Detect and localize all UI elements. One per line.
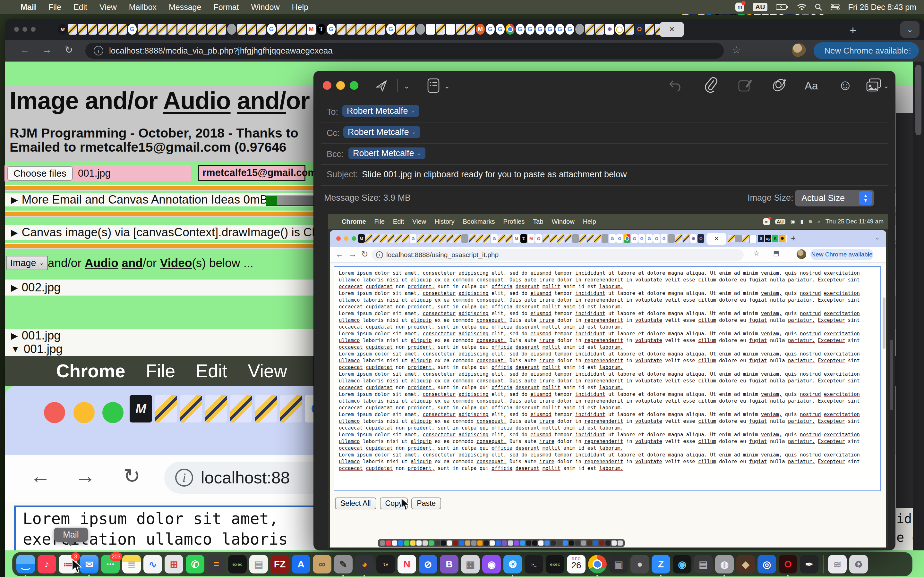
disclosure-triangle-icon[interactable]: ▶: [11, 330, 18, 341]
p-favicon[interactable]: [557, 234, 564, 243]
s-favicon[interactable]: S: [758, 235, 764, 242]
p-favicon[interactable]: [436, 24, 445, 35]
p-favicon[interactable]: [257, 24, 266, 35]
gray-favicon[interactable]: [575, 24, 584, 35]
chrome-favicon[interactable]: [506, 24, 515, 35]
markup-icon[interactable]: [738, 78, 753, 93]
menu-item-file[interactable]: File: [48, 3, 61, 12]
emoji-icon[interactable]: ☺: [838, 77, 853, 93]
disclosure-open-icon[interactable]: ▼: [11, 344, 20, 354]
p-favicon[interactable]: [178, 24, 186, 35]
dock-item-document[interactable]: ▤: [249, 555, 268, 574]
g-favicon[interactable]: G: [565, 24, 574, 35]
p-favicon[interactable]: [454, 234, 461, 243]
p-favicon[interactable]: [98, 24, 107, 35]
p-favicon[interactable]: [78, 24, 87, 35]
p-favicon[interactable]: [705, 234, 705, 243]
and-link[interactable]: and/: [237, 87, 286, 114]
to-recipient-pill[interactable]: Robert Metcalfe⌄: [342, 105, 419, 117]
menu-item-edit[interactable]: Edit: [393, 218, 404, 226]
dock-item-facetime[interactable]: ✆: [186, 555, 204, 574]
g-favicon[interactable]: G: [386, 24, 395, 35]
g-favicon[interactable]: G: [267, 24, 276, 35]
p-favicon[interactable]: [594, 234, 601, 243]
menubar-clock[interactable]: Fri 26 Dec 8:43 pm: [848, 3, 916, 12]
address-bar[interactable]: i localhost:8888/media_via_pb.php?jhfgjh…: [86, 43, 724, 59]
dock-item-gimp[interactable]: ✎: [334, 555, 352, 574]
p-favicon[interactable]: [230, 395, 252, 422]
close-tab-icon[interactable]: ✕: [669, 25, 675, 34]
dock-item-app-store[interactable]: A: [292, 555, 310, 574]
site-info-icon[interactable]: i: [94, 46, 103, 55]
g-favicon[interactable]: G: [326, 24, 336, 35]
compose-scrollbar-thumb[interactable]: [890, 340, 893, 410]
dock-item-launchpad[interactable]: ⊞: [165, 555, 183, 574]
p-favicon[interactable]: [585, 24, 594, 35]
mdark-favicon[interactable]: M: [358, 234, 365, 243]
undo-icon[interactable]: [669, 79, 683, 92]
gmail-favicon[interactable]: M: [528, 234, 535, 243]
gray-favicon[interactable]: [416, 24, 425, 35]
dock-item-handshake-app[interactable]: ∞: [313, 555, 331, 574]
video-link[interactable]: Video: [160, 256, 192, 269]
p-favicon[interactable]: [357, 24, 365, 35]
white-favicon[interactable]: [426, 24, 435, 35]
menubar-app-icon[interactable]: m: [735, 3, 744, 11]
disclosure-triangle-icon[interactable]: ▶: [11, 195, 18, 205]
dock-item-podcasts[interactable]: ◉: [482, 555, 501, 574]
t-favicon[interactable]: T: [520, 234, 527, 243]
wp-favicon[interactable]: wp: [765, 235, 771, 242]
and-link[interactable]: and: [121, 256, 143, 269]
dock-item-terminal[interactable]: >_: [525, 555, 543, 574]
back-icon[interactable]: ←: [20, 44, 29, 55]
new-tab-button[interactable]: +: [850, 24, 856, 37]
g-favicon[interactable]: G: [609, 234, 615, 243]
menu-item-help[interactable]: Help: [583, 218, 596, 226]
dock-item-filezilla[interactable]: FZ: [270, 555, 289, 574]
header-fields-icon[interactable]: [427, 78, 441, 93]
p-favicon[interactable]: [425, 234, 431, 243]
p-favicon[interactable]: [396, 24, 405, 35]
dock-item-bbedit[interactable]: B: [440, 555, 459, 574]
dock-item-app[interactable]: ◍: [715, 555, 734, 574]
dock-item-opera[interactable]: O: [779, 555, 797, 574]
p-favicon[interactable]: [88, 24, 97, 35]
g-favicon[interactable]: G: [496, 24, 505, 35]
subject-field[interactable]: Slide 001.jpg in clipboard ready for you…: [362, 169, 627, 179]
menu-item-window[interactable]: Window: [552, 218, 575, 226]
p-favicon[interactable]: [395, 234, 402, 243]
gray-favicon[interactable]: [602, 234, 608, 243]
dock-item-messages[interactable]: ∙∙∙203: [101, 555, 120, 574]
p-favicon[interactable]: [68, 24, 77, 35]
file-input[interactable]: Choose files 001.jpg: [5, 165, 191, 181]
dock-item-exec-utility[interactable]: exec: [546, 555, 564, 574]
media-type-select[interactable]: Image⌄: [6, 256, 48, 270]
dock-item-finder[interactable]: ‿: [16, 555, 35, 574]
gray-favicon[interactable]: [668, 234, 675, 243]
fields-chevron-icon[interactable]: ⌄: [444, 82, 450, 90]
menu-item-history[interactable]: History: [435, 218, 454, 226]
morange-favicon[interactable]: M: [476, 24, 485, 35]
p-favicon[interactable]: [550, 234, 557, 243]
menu-item-tab[interactable]: Tab: [533, 218, 543, 226]
dock-item-downloads[interactable]: ≋: [828, 555, 846, 574]
p-favicon[interactable]: [108, 24, 117, 35]
photo-browser-icon[interactable]: [866, 78, 882, 93]
input-source-au[interactable]: AU: [753, 3, 767, 11]
g-favicon[interactable]: G: [661, 234, 667, 243]
gray-favicon[interactable]: [572, 234, 579, 243]
dock-item-freeform[interactable]: ∿: [144, 555, 162, 574]
page-scrollbar[interactable]: [913, 61, 924, 550]
dock-item-app[interactable]: ●: [630, 555, 649, 574]
p-favicon[interactable]: [118, 24, 127, 35]
p-favicon[interactable]: [137, 24, 147, 35]
pinned-tabs[interactable]: MGGMTGGMGGGGGGGG✽◯O⚙O✽: [58, 24, 661, 35]
p-favicon[interactable]: [187, 24, 196, 35]
spotlight-icon[interactable]: [815, 3, 822, 11]
p-favicon[interactable]: [417, 234, 424, 243]
p-favicon[interactable]: [476, 234, 483, 243]
p-favicon[interactable]: [625, 24, 634, 35]
menu-item-window[interactable]: Window: [251, 3, 280, 12]
p-favicon[interactable]: [595, 24, 604, 35]
dock-item-apple-tv[interactable]: tv: [376, 555, 395, 574]
